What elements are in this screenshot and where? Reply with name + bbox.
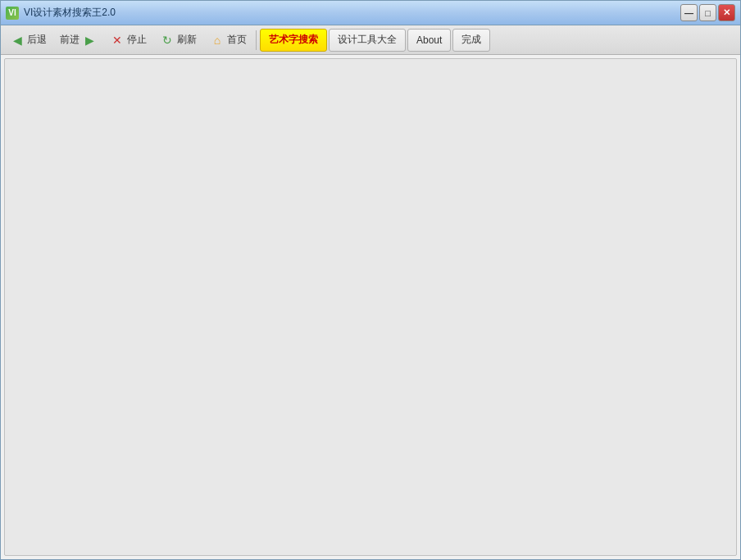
main-window: VI VI设计素材搜索王2.0 — □ ✕ ◀ 后退 前进 ▶ ✕ 停止 ↻ [0,0,741,560]
title-bar-left: VI VI设计素材搜索王2.0 [6,6,116,20]
design-tools-label: 设计工具大全 [338,33,397,47]
forward-label: 前进 [60,33,80,47]
back-label: 后退 [27,33,47,47]
back-button[interactable]: ◀ 后退 [4,29,52,52]
maximize-button[interactable]: □ [699,4,716,21]
app-icon: VI [6,7,19,20]
stop-button[interactable]: ✕ 停止 [104,29,152,52]
toolbar-separator [256,30,257,50]
app-icon-text: VI [8,8,16,17]
done-tab[interactable]: 完成 [452,29,490,52]
toolbar: ◀ 后退 前进 ▶ ✕ 停止 ↻ 刷新 ⌂ 首页 艺术字搜索 设 [1,25,740,55]
about-label: About [416,34,442,46]
title-bar-controls: — □ ✕ [680,4,735,21]
window-title: VI设计素材搜索王2.0 [24,6,116,20]
refresh-button[interactable]: ↻ 刷新 [154,29,202,52]
done-label: 完成 [461,33,481,47]
title-bar: VI VI设计素材搜索王2.0 — □ ✕ [1,1,740,25]
art-search-tab[interactable]: 艺术字搜索 [260,29,327,52]
art-search-label: 艺术字搜索 [269,33,318,47]
refresh-label: 刷新 [177,33,197,47]
design-tools-tab[interactable]: 设计工具大全 [329,29,406,52]
close-button[interactable]: ✕ [718,4,735,21]
forward-button[interactable]: 前进 ▶ [54,29,102,52]
home-label: 首页 [227,33,247,47]
stop-icon: ✕ [110,33,125,48]
refresh-icon: ↻ [160,33,175,48]
about-tab[interactable]: About [407,29,451,52]
home-button[interactable]: ⌂ 首页 [204,29,252,52]
stop-label: 停止 [127,33,147,47]
home-icon: ⌂ [210,33,225,48]
minimize-button[interactable]: — [680,4,698,21]
back-icon: ◀ [10,33,25,48]
forward-icon: ▶ [82,33,97,48]
content-area [4,58,737,556]
